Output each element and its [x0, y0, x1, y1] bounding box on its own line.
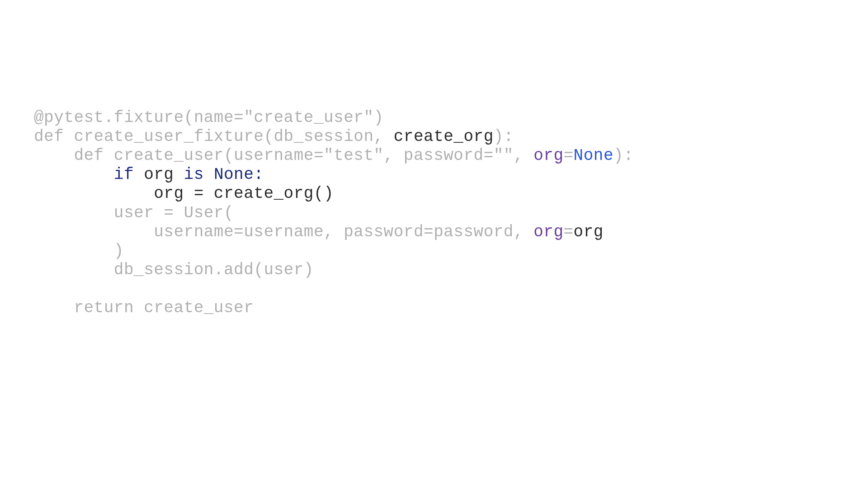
- code-line-2: def create_user_fixture(db_session, crea…: [34, 127, 514, 146]
- code-line-3: def create_user(username="test", passwor…: [34, 146, 633, 165]
- code-line-7: username=username, password=password, or…: [34, 223, 604, 241]
- code-line-11: return create_user: [34, 299, 254, 317]
- code-line-6: user = User(: [34, 204, 234, 222]
- code-line-9: db_session.add(user): [34, 261, 314, 279]
- code-line-1: @pytest.fixture(name="create_user"): [34, 108, 384, 127]
- code-line-8: ): [34, 242, 124, 260]
- code-line-4: if org is None:: [34, 165, 264, 184]
- code-block: @pytest.fixture(name="create_user") def …: [34, 108, 633, 318]
- code-line-5: org = create_org(): [34, 184, 334, 203]
